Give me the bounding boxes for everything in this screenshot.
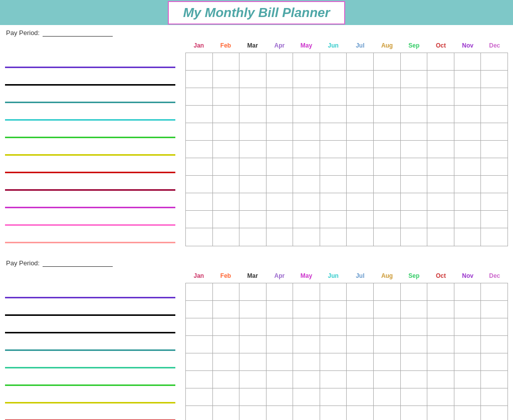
grid-cell[interactable] — [427, 106, 454, 123]
grid-cell[interactable] — [347, 106, 374, 123]
grid-cell[interactable] — [401, 123, 428, 140]
grid-cell[interactable] — [401, 71, 428, 88]
grid-cell[interactable] — [454, 283, 481, 300]
grid-cell[interactable] — [213, 53, 240, 70]
grid-cell[interactable] — [454, 336, 481, 353]
grid-cell[interactable] — [401, 53, 428, 70]
grid-cell[interactable] — [293, 53, 320, 70]
grid-cell[interactable] — [347, 53, 374, 70]
grid-cell[interactable] — [293, 88, 320, 105]
grid-cell[interactable] — [267, 106, 294, 123]
grid-cell[interactable] — [239, 106, 267, 123]
grid-cell[interactable] — [401, 141, 428, 158]
grid-cell[interactable] — [213, 106, 240, 123]
grid-cell[interactable] — [267, 283, 294, 300]
grid-cell[interactable] — [186, 88, 213, 105]
grid-cell[interactable] — [427, 283, 454, 300]
grid-cell[interactable] — [374, 71, 401, 88]
grid-cell[interactable] — [454, 301, 481, 318]
grid-cell[interactable] — [427, 71, 454, 88]
grid-cell[interactable] — [320, 106, 347, 123]
grid-cell[interactable] — [293, 283, 320, 300]
grid-cell[interactable] — [454, 88, 481, 105]
grid-cell[interactable] — [401, 353, 428, 370]
grid-cell[interactable] — [320, 176, 347, 193]
grid-cell[interactable] — [454, 176, 481, 193]
grid-cell[interactable] — [186, 388, 213, 405]
grid-cell[interactable] — [267, 318, 294, 335]
grid-cell[interactable] — [293, 371, 320, 388]
grid-cell[interactable] — [293, 336, 320, 353]
grid-cell[interactable] — [401, 283, 428, 300]
grid-cell[interactable] — [239, 301, 267, 318]
grid-cell[interactable] — [454, 141, 481, 158]
grid-cell[interactable] — [427, 193, 454, 210]
grid-cell[interactable] — [213, 336, 240, 353]
grid-cell[interactable] — [320, 123, 347, 140]
grid-cell[interactable] — [293, 388, 320, 405]
grid-cell[interactable] — [320, 88, 347, 105]
grid-cell[interactable] — [239, 228, 267, 246]
grid-cell[interactable] — [267, 353, 294, 370]
grid-cell[interactable] — [347, 88, 374, 105]
grid-cell[interactable] — [454, 318, 481, 335]
grid-cell[interactable] — [347, 228, 374, 246]
grid-cell[interactable] — [401, 211, 428, 228]
grid-cell[interactable] — [213, 211, 240, 228]
grid-cell[interactable] — [267, 88, 294, 105]
grid-cell[interactable] — [239, 388, 267, 405]
grid-cell[interactable] — [374, 336, 401, 353]
grid-cell[interactable] — [267, 228, 294, 246]
grid-cell[interactable] — [239, 158, 267, 175]
grid-cell[interactable] — [481, 371, 507, 388]
grid-cell[interactable] — [374, 106, 401, 123]
grid-cell[interactable] — [213, 88, 240, 105]
grid-cell[interactable] — [320, 353, 347, 370]
grid-cell[interactable] — [293, 123, 320, 140]
grid-cell[interactable] — [374, 123, 401, 140]
grid-cell[interactable] — [401, 193, 428, 210]
grid-cell[interactable] — [293, 406, 320, 420]
grid-cell[interactable] — [374, 228, 401, 246]
grid-cell[interactable] — [293, 353, 320, 370]
grid-cell[interactable] — [320, 228, 347, 246]
grid-cell[interactable] — [213, 71, 240, 88]
grid-cell[interactable] — [186, 211, 213, 228]
grid-cell[interactable] — [427, 406, 454, 420]
grid-cell[interactable] — [267, 301, 294, 318]
grid-cell[interactable] — [320, 283, 347, 300]
grid-cell[interactable] — [239, 53, 267, 70]
grid-cell[interactable] — [347, 141, 374, 158]
grid-cell[interactable] — [293, 228, 320, 246]
grid-cell[interactable] — [347, 353, 374, 370]
grid-cell[interactable] — [427, 211, 454, 228]
grid-cell[interactable] — [186, 371, 213, 388]
grid-cell[interactable] — [347, 336, 374, 353]
grid-cell[interactable] — [239, 193, 267, 210]
grid-cell[interactable] — [374, 371, 401, 388]
grid-cell[interactable] — [347, 406, 374, 420]
grid-cell[interactable] — [320, 371, 347, 388]
grid-cell[interactable] — [320, 301, 347, 318]
grid-cell[interactable] — [267, 141, 294, 158]
grid-cell[interactable] — [186, 193, 213, 210]
grid-cell[interactable] — [293, 301, 320, 318]
grid-cell[interactable] — [186, 71, 213, 88]
grid-cell[interactable] — [481, 336, 507, 353]
grid-cell[interactable] — [401, 336, 428, 353]
grid-cell[interactable] — [347, 283, 374, 300]
grid-cell[interactable] — [213, 141, 240, 158]
grid-cell[interactable] — [239, 123, 267, 140]
grid-cell[interactable] — [481, 388, 507, 405]
grid-cell[interactable] — [401, 228, 428, 246]
grid-cell[interactable] — [374, 211, 401, 228]
grid-cell[interactable] — [427, 336, 454, 353]
grid-cell[interactable] — [481, 353, 507, 370]
grid-cell[interactable] — [401, 106, 428, 123]
grid-cell[interactable] — [454, 53, 481, 70]
grid-cell[interactable] — [427, 53, 454, 70]
grid-cell[interactable] — [481, 193, 507, 210]
grid-cell[interactable] — [401, 158, 428, 175]
grid-cell[interactable] — [347, 193, 374, 210]
grid-cell[interactable] — [267, 158, 294, 175]
